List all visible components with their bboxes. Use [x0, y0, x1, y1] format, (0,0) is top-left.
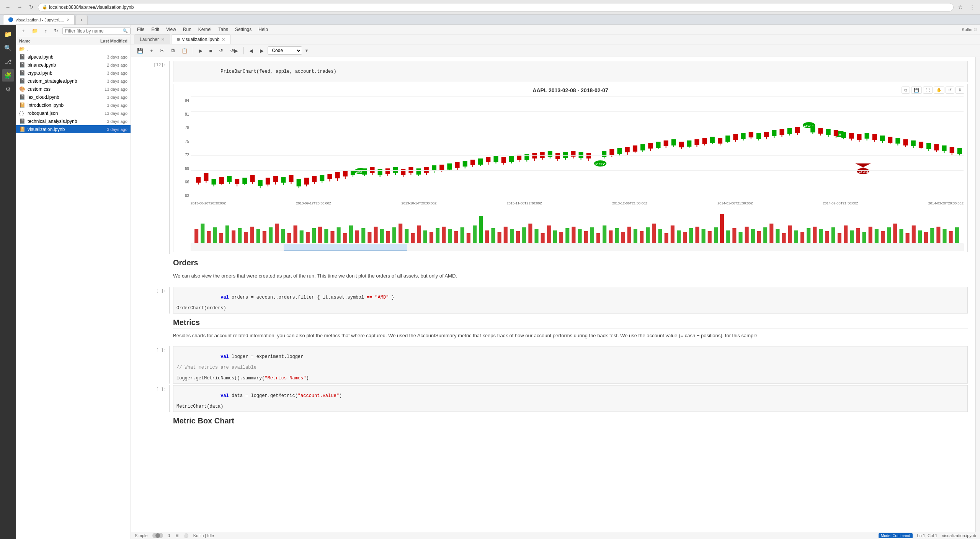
chart-pan-btn[interactable]: ✋: [934, 87, 944, 94]
svg-rect-158: [795, 127, 800, 133]
folder-open-icon: 📂: [19, 46, 25, 52]
visualization-tab-close[interactable]: ✕: [222, 37, 225, 42]
menu-tabs[interactable]: Tabs: [216, 26, 231, 33]
file-item-alpaca-ipynb[interactable]: 📓 alpaca.ipynb 3 days ago: [16, 53, 131, 61]
search-box[interactable]: 🔍: [62, 27, 131, 35]
cell-type-select[interactable]: Code Markdown Raw: [268, 46, 302, 55]
file-item-iex_cloud-ipynb[interactable]: 📓 iex_cloud.ipynb 3 days ago: [16, 93, 131, 101]
svg-rect-222: [330, 231, 334, 243]
col-name-header: Name: [19, 39, 89, 43]
restart-run-button[interactable]: ↺▶: [227, 46, 241, 55]
file-name-label: custom_strategies.ipynb: [28, 78, 91, 84]
cell-2-input[interactable]: val orders = account.orders.filter { it.…: [173, 287, 968, 314]
col-modified-header: Last Modified: [89, 39, 127, 43]
file-modified-label: 13 days ago: [93, 87, 127, 91]
new-tab-button[interactable]: +: [75, 15, 88, 24]
x-label-1: 2013-08-20T20:30:00Z: [191, 201, 226, 205]
upload-button[interactable]: ↑: [42, 26, 50, 35]
folder-icon-btn[interactable]: 📁: [2, 28, 14, 40]
svg-rect-307: [856, 228, 860, 243]
svg-rect-56: [393, 167, 398, 173]
svg-rect-206: [232, 230, 235, 243]
git-icon-btn[interactable]: ⎇: [2, 56, 14, 68]
svg-rect-24: [266, 178, 270, 185]
svg-rect-198: [957, 148, 962, 154]
svg-rect-203: [213, 227, 217, 243]
kotlin-label: Kotlin | Idle: [193, 533, 214, 538]
puzzle-icon-btn[interactable]: 🧩: [2, 69, 14, 82]
file-type-icon: { }: [19, 110, 25, 116]
svg-rect-100: [563, 152, 568, 158]
file-item-crypto-ipynb[interactable]: 📓 crypto.ipynb 3 days ago: [16, 69, 131, 77]
svg-rect-80: [486, 157, 490, 162]
menu-kernel[interactable]: Kernel: [195, 26, 215, 33]
tab-launcher[interactable]: Launcher ✕: [134, 34, 170, 44]
svg-rect-287: [732, 228, 736, 243]
price-chart-wrapper: AAPL 2013-02-08 - 2018-02-07 ⧉ 💾 ⛶ ✋ ↺ ⬇: [173, 84, 968, 252]
paste-cell-button[interactable]: 📋: [178, 46, 191, 55]
tab-visualization[interactable]: visualization.ipynb ✕: [171, 34, 231, 44]
forward-button[interactable]: →: [15, 3, 24, 11]
menu-edit[interactable]: Edit: [148, 26, 162, 33]
chart-download-btn[interactable]: ⬇: [956, 87, 964, 94]
chart-expand-btn[interactable]: ⛶: [923, 87, 933, 94]
chart-save-btn[interactable]: 💾: [911, 87, 922, 94]
search-icon-btn[interactable]: 🔍: [2, 42, 14, 54]
refresh-button[interactable]: ↻: [27, 3, 36, 11]
search-input[interactable]: [65, 28, 122, 34]
prev-cell-button[interactable]: ◀: [246, 46, 256, 55]
cell-4-input[interactable]: val data = logger.getMetric("account.val…: [173, 385, 968, 412]
toggle-switch[interactable]: [152, 533, 163, 538]
chart-scroll-handle[interactable]: [284, 244, 407, 251]
menu-view[interactable]: View: [163, 26, 179, 33]
interrupt-button[interactable]: ■: [206, 46, 216, 55]
cell-1-input[interactable]: PriceBarChart(feed, apple, account.trade…: [173, 61, 968, 82]
chart-scroll-bar[interactable]: [191, 243, 964, 251]
file-item-binance-ipynb[interactable]: 📓 binance.ipynb 2 days ago: [16, 61, 131, 69]
search-icon: 🔍: [122, 28, 128, 33]
menu-button[interactable]: ⋮: [967, 3, 977, 11]
menu-help[interactable]: Help: [255, 26, 271, 33]
right-scrollbar[interactable]: [975, 57, 980, 532]
svg-rect-313: [893, 224, 897, 243]
chart-copy-btn[interactable]: ⧉: [902, 87, 910, 94]
browser-tab-visualization[interactable]: 🔵 visualization.i - JupyterL... ✕: [3, 15, 75, 24]
cell-3-input[interactable]: val logger = experiment.logger // What m…: [173, 346, 968, 384]
folder-item[interactable]: 📂 .: [16, 45, 131, 53]
back-button[interactable]: ←: [3, 3, 13, 11]
svg-rect-223: [337, 227, 341, 243]
menu-settings[interactable]: Settings: [232, 26, 255, 33]
new-folder-button[interactable]: 📁: [29, 26, 41, 35]
next-cell-button[interactable]: ▶: [257, 46, 267, 55]
svg-rect-182: [895, 138, 900, 144]
file-item-custom_strategies-ipynb[interactable]: 📓 custom_strategies.ipynb 3 days ago: [16, 77, 131, 85]
cut-cell-button[interactable]: ✂: [157, 46, 167, 55]
svg-rect-122: [656, 142, 660, 148]
file-item-custom-css[interactable]: 🎨 custom.css 13 days ago: [16, 85, 131, 93]
refresh-files-button[interactable]: ↻: [51, 26, 61, 35]
launcher-tab-close[interactable]: ✕: [161, 37, 165, 42]
notebook-area[interactable]: [12]: PriceBarChart(feed, apple, account…: [131, 57, 975, 532]
address-bar[interactable]: 🔒 localhost:8888/lab/tree/visualization.…: [38, 3, 954, 11]
menu-run[interactable]: Run: [180, 26, 194, 33]
save-button[interactable]: 💾: [134, 46, 146, 55]
file-item-technical_analysis-ipynb[interactable]: 📓 technical_analysis.ipynb 3 days ago: [16, 117, 131, 125]
new-file-button[interactable]: +: [19, 26, 28, 35]
file-item-roboquant-json[interactable]: { } roboquant.json 13 days ago: [16, 109, 131, 117]
bookmark-button[interactable]: ☆: [956, 3, 965, 11]
svg-rect-299: [807, 228, 810, 243]
file-item-introduction-ipynb[interactable]: 📔 introduction.ipynb 3 days ago: [16, 101, 131, 109]
file-item-visualization-ipynb[interactable]: 📔 visualization.ipynb 3 days ago: [16, 125, 131, 133]
tab-label: visualization.i - JupyterL...: [16, 18, 64, 22]
copy-cell-button[interactable]: ⧉: [168, 46, 178, 55]
settings-icon-btn[interactable]: ⚙: [2, 83, 14, 95]
chart-refresh-btn[interactable]: ↺: [946, 87, 954, 94]
svg-rect-34: [304, 178, 309, 185]
menu-file[interactable]: File: [134, 26, 147, 33]
orders-md: Orders We can also view the orders that …: [173, 255, 968, 285]
svg-rect-243: [461, 227, 464, 243]
restart-button[interactable]: ↺: [216, 46, 226, 55]
run-button[interactable]: ▶: [196, 46, 206, 55]
tab-close-icon[interactable]: ✕: [67, 18, 70, 22]
add-cell-button[interactable]: +: [147, 46, 156, 55]
